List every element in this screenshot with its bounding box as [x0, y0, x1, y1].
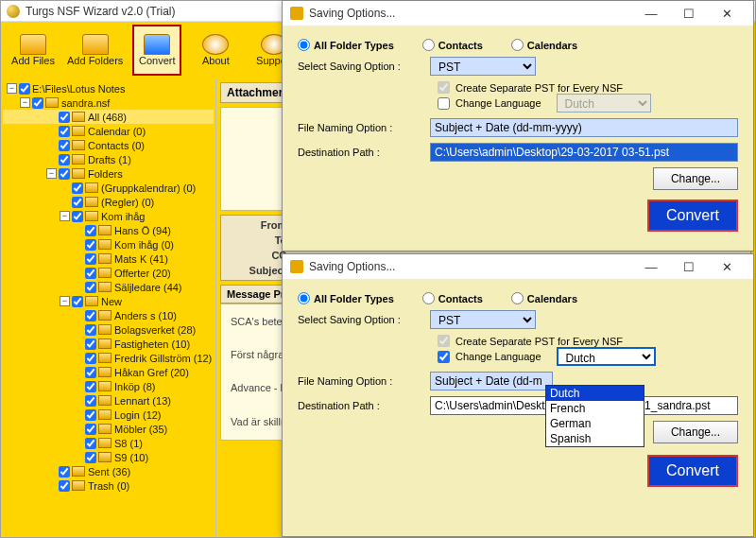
folder-icon: [98, 367, 112, 377]
expander-icon[interactable]: −: [20, 97, 30, 108]
tree-item[interactable]: Fastigheten (10): [3, 337, 214, 351]
radio-all-folder-types[interactable]: All Folder Types: [298, 39, 394, 51]
tree-check[interactable]: [85, 409, 96, 421]
tree-check[interactable]: [85, 395, 96, 407]
tree-item[interactable]: S9 (10): [3, 450, 214, 464]
language-dropdown-list[interactable]: Dutch French German Spanish: [545, 385, 644, 447]
tree-item[interactable]: Mats K (41): [3, 252, 214, 266]
tree-check[interactable]: [59, 466, 70, 477]
tree-check[interactable]: [85, 253, 96, 265]
tree-item[interactable]: Sent (36): [3, 464, 214, 478]
tree-item[interactable]: −Folders: [3, 166, 214, 181]
file-naming-select[interactable]: Subject + Date (dd-m: [430, 372, 553, 390]
radio-all-folder-types[interactable]: All Folder Types: [298, 292, 394, 304]
tree-check[interactable]: [59, 480, 70, 492]
tree-check[interactable]: [72, 197, 83, 208]
convert-button[interactable]: Convert: [647, 455, 738, 487]
lang-option-dutch[interactable]: Dutch: [546, 386, 644, 401]
tree-check[interactable]: [85, 452, 96, 463]
tree-item[interactable]: Kom ihåg (0): [3, 237, 214, 252]
tree-item[interactable]: Säljledare (44): [3, 280, 214, 294]
tree-item[interactable]: Håkan Gref (20): [3, 365, 214, 379]
saving-format-select[interactable]: PST: [430, 310, 536, 329]
convert-toolbar-button[interactable]: Convert: [132, 25, 181, 76]
saving-format-select[interactable]: PST: [430, 57, 536, 76]
tree-check[interactable]: [85, 310, 96, 321]
tree-check[interactable]: [85, 438, 96, 449]
language-select[interactable]: Dutch: [557, 347, 656, 366]
expander-icon[interactable]: −: [7, 83, 17, 94]
add-folders-button[interactable]: Add Folders: [67, 25, 123, 76]
minimize-button[interactable]: —: [632, 254, 670, 279]
tree-check[interactable]: [85, 324, 96, 336]
tree-check[interactable]: [85, 424, 96, 435]
tree-item[interactable]: −New: [3, 294, 214, 308]
tree-check[interactable]: [85, 353, 96, 364]
expander-icon[interactable]: −: [60, 211, 70, 221]
tree-item[interactable]: (Gruppkalendrar) (0): [3, 181, 214, 195]
tree-check[interactable]: [72, 182, 83, 194]
change-language-check[interactable]: [438, 97, 450, 110]
tree-item[interactable]: Bolagsverket (28): [3, 322, 214, 337]
tree-item[interactable]: Login (12): [3, 408, 214, 422]
radio-calendars[interactable]: Calendars: [511, 292, 577, 304]
tree-item[interactable]: (Regler) (0): [3, 195, 214, 209]
tree-check[interactable]: [59, 112, 70, 123]
tree-check[interactable]: [59, 168, 70, 180]
radio-calendars[interactable]: Calendars: [511, 39, 577, 51]
tree-check[interactable]: [85, 225, 96, 236]
tree-item[interactable]: Hans Ö (94): [3, 223, 214, 237]
minimize-button[interactable]: —: [632, 1, 670, 26]
maximize-button[interactable]: ☐: [670, 254, 708, 279]
tree-item[interactable]: S8 (1): [3, 436, 214, 450]
tree-item[interactable]: Calendar (0): [3, 124, 214, 138]
tree-check[interactable]: [72, 296, 83, 307]
tree-item[interactable]: Fredrik Gillström (12): [3, 351, 214, 365]
tree-file[interactable]: − sandra.nsf: [3, 95, 214, 110]
expander-icon[interactable]: −: [60, 296, 70, 306]
tree-check[interactable]: [85, 282, 96, 293]
radio-contacts[interactable]: Contacts: [422, 39, 483, 51]
tree-check[interactable]: [85, 338, 96, 350]
tree-item[interactable]: Möbler (35): [3, 422, 214, 436]
lang-option-spanish[interactable]: Spanish: [546, 431, 644, 446]
add-files-button[interactable]: Add Files: [9, 25, 58, 76]
tree-item[interactable]: Drafts (1): [3, 152, 214, 166]
radio-contacts[interactable]: Contacts: [422, 292, 483, 304]
change-path-button[interactable]: Change...: [653, 167, 738, 190]
tree-panel[interactable]: − E:\Files\Lotus Notes − sandra.nsf All …: [1, 78, 216, 537]
close-button[interactable]: ✕: [708, 254, 746, 279]
tree-item[interactable]: Trash (0): [3, 478, 214, 493]
tree-item[interactable]: Lennart (13): [3, 393, 214, 408]
lang-option-french[interactable]: French: [546, 401, 644, 416]
file-naming-select[interactable]: Subject + Date (dd-mm-yyyy): [430, 118, 738, 137]
maximize-button[interactable]: ☐: [670, 1, 708, 26]
tree-check[interactable]: [59, 126, 70, 137]
tree-check[interactable]: [85, 381, 96, 392]
tree-item[interactable]: Inköp (8): [3, 379, 214, 393]
tree-item[interactable]: Offerter (20): [3, 266, 214, 280]
tree-item[interactable]: Contacts (0): [3, 138, 214, 152]
expander-icon[interactable]: −: [46, 168, 57, 179]
tree-label: Sent (36): [88, 466, 130, 477]
tree-check[interactable]: [59, 154, 70, 165]
convert-button[interactable]: Convert: [647, 200, 738, 232]
tree-check[interactable]: [72, 211, 83, 222]
tree-check[interactable]: [85, 367, 96, 378]
about-button[interactable]: About: [191, 25, 240, 76]
tree-root[interactable]: − E:\Files\Lotus Notes: [3, 81, 214, 95]
tree-check[interactable]: [85, 268, 96, 279]
tree-check[interactable]: [19, 83, 30, 95]
change-language-check[interactable]: [438, 351, 450, 363]
tree-label: Trash (0): [88, 480, 129, 492]
tree-item[interactable]: −Kom ihåg: [3, 209, 214, 223]
close-button[interactable]: ✕: [708, 1, 746, 26]
tree-check[interactable]: [32, 97, 43, 109]
tree-check[interactable]: [85, 239, 96, 251]
tree-check[interactable]: [59, 140, 70, 151]
tree-item[interactable]: Anders s (10): [3, 308, 214, 322]
lang-option-german[interactable]: German: [546, 416, 644, 431]
tree-item[interactable]: All (468): [3, 110, 214, 124]
change-path-button[interactable]: Change...: [653, 421, 738, 443]
dest-path-input[interactable]: C:\Users\admin\Desktop\29-03-2017 03-51.…: [430, 143, 738, 162]
